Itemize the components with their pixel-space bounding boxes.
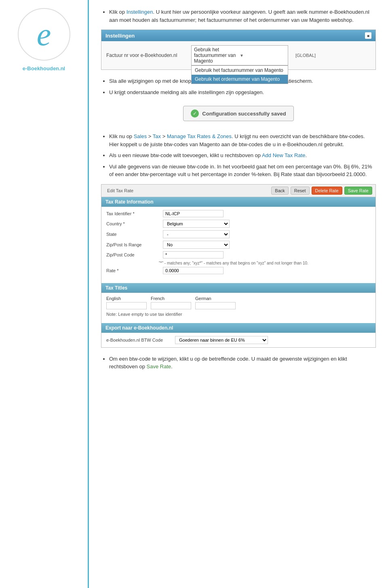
title-col-french: French xyxy=(151,296,191,309)
dropdown-select[interactable]: Gebruik het factuurnummer van Magento ▼ xyxy=(191,45,288,65)
instruction-5: Als u een nieuwe btw-code wilt toevoegen… xyxy=(109,151,376,160)
zip-code-input[interactable] xyxy=(163,251,224,258)
tax-rate-info-header: Tax Rate Information xyxy=(101,197,375,207)
title-col-german: German xyxy=(195,296,236,309)
logo-icon: e xyxy=(37,18,51,50)
add-new-tax-link[interactable]: Add New Tax Rate xyxy=(262,152,305,158)
edit-tax-rate-title: Edit Tax Rate xyxy=(105,188,269,193)
export-select[interactable]: Goederen naar binnen de EU 6% xyxy=(175,336,268,344)
state-select[interactable]: - xyxy=(163,230,230,238)
logo-container: e xyxy=(18,8,70,61)
tax-titles-body: English French German Note: Leave empty … xyxy=(101,293,375,320)
field-zip-range: Zip/Post Is Range No xyxy=(106,241,371,249)
field-zip-code: Zip/Post Code xyxy=(106,251,371,258)
field-rate: Rate * xyxy=(106,267,371,274)
zip-range-select[interactable]: No xyxy=(163,241,230,249)
settings-body: Factuur nr voor e-Boekhouden.nl Gebruik … xyxy=(101,41,375,69)
german-title-input[interactable] xyxy=(195,302,236,309)
rate-input[interactable] xyxy=(163,267,224,274)
field-country: Country * Belgium xyxy=(106,220,371,228)
english-title-input[interactable] xyxy=(106,302,147,309)
tax-link[interactable]: Tax xyxy=(153,133,161,139)
reset-button[interactable]: Reset xyxy=(291,187,310,195)
success-text: Configuration successfully saved xyxy=(202,111,286,117)
export-label: e-Boekhouden.nl BTW Code xyxy=(106,338,171,342)
settings-label: Factuur nr voor e-Boekhouden.nl xyxy=(106,52,187,58)
sidebar: e e-Boekhouden.nl xyxy=(0,0,89,588)
main-content: Klik op Instellingen. U kunt hier uw per… xyxy=(89,0,388,588)
instruction-6: Vul alle gegevens van de nieuwe btw-code… xyxy=(109,163,376,178)
brand-name: e-Boekhouden.nl xyxy=(23,65,65,71)
title-col-english: English xyxy=(106,296,147,309)
tax-titles-header: Tax Titles xyxy=(101,283,375,293)
instellingen-box: Instellingen ■ Factuur nr voor e-Boekhou… xyxy=(101,29,376,70)
zip-hint: "*" - matches any; "xyz*" - matches any … xyxy=(159,261,371,265)
country-select[interactable]: Belgium xyxy=(163,220,230,228)
export-header: Export naar e-Boekhouden.nl xyxy=(101,323,375,333)
tax-identifier-input[interactable] xyxy=(163,210,224,217)
global-badge: [GLOBAL] xyxy=(295,53,316,58)
french-title-input[interactable] xyxy=(151,302,191,309)
tax-form: Edit Tax Rate Back Reset Delete Rate Sav… xyxy=(101,184,376,348)
dropdown-area[interactable]: Gebruik het factuurnummer van Magento ▼ … xyxy=(191,45,288,65)
settings-header-icon: ■ xyxy=(365,32,371,39)
success-message-container: ✓ Configuration successfully saved xyxy=(101,102,376,128)
tax-form-topbar: Edit Tax Rate Back Reset Delete Rate Sav… xyxy=(101,185,375,197)
settings-header: Instellingen ■ xyxy=(101,30,375,41)
instruction-1: Klik op Instellingen. U kunt hier uw per… xyxy=(109,8,376,24)
instruction-3: U krijgt onderstaande melding als alle i… xyxy=(109,88,376,97)
instellingen-link[interactable]: Instellingen xyxy=(127,9,153,15)
instruction-4: Klik nu op Sales > Tax > Manage Tax Rate… xyxy=(109,132,376,148)
delete-rate-button[interactable]: Delete Rate xyxy=(312,187,342,195)
check-icon: ✓ xyxy=(191,109,199,118)
success-message: ✓ Configuration successfully saved xyxy=(183,106,293,121)
field-tax-identifier: Tax Identifier * xyxy=(106,210,371,217)
instruction-last: Om een btw-code te wijzigen, klikt u op … xyxy=(109,355,376,371)
dropdown-option-2[interactable]: Gebruik het ordernummer van Magento xyxy=(192,75,288,84)
tax-rate-form-body: Tax Identifier * Country * Belgium State… xyxy=(101,207,375,280)
dropdown-option-1[interactable]: Gebruik het factuurnummer van Magento xyxy=(192,66,288,75)
save-rate-link[interactable]: Save Rate xyxy=(147,363,171,370)
back-button[interactable]: Back xyxy=(271,187,288,195)
export-body: e-Boekhouden.nl BTW Code Goederen naar b… xyxy=(101,333,375,347)
sales-link[interactable]: Sales xyxy=(134,133,147,139)
dropdown-menu: Gebruik het factuurnummer van Magento Ge… xyxy=(191,65,288,84)
manage-tax-link[interactable]: Manage Tax Rates & Zones xyxy=(167,133,232,139)
chevron-down-icon: ▼ xyxy=(240,53,285,58)
field-state: State - xyxy=(106,230,371,238)
save-rate-button[interactable]: Save Rate xyxy=(344,187,372,195)
tax-note: Note: Leave empty to use tax identifier xyxy=(106,312,371,317)
